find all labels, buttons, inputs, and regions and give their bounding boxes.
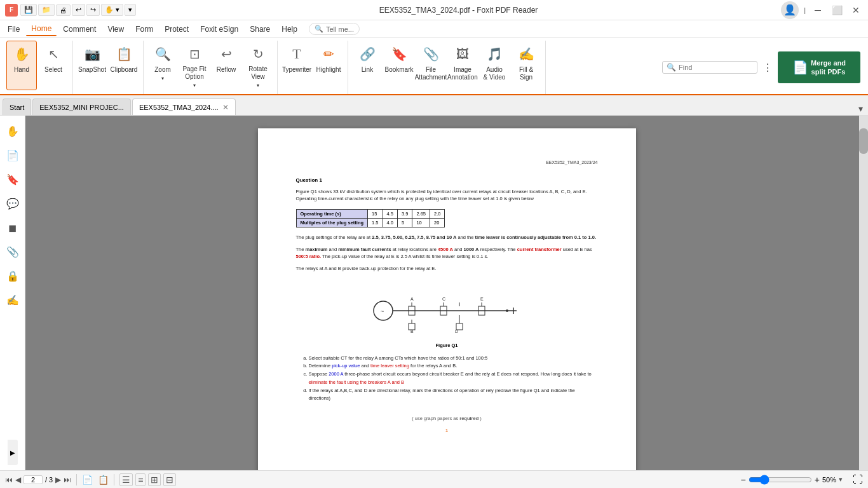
copy-icon: 📄: [82, 475, 93, 485]
sidebar-layers-icon[interactable]: ◼: [3, 217, 23, 238]
table-cell-8: 5: [397, 218, 412, 227]
bookmark-button[interactable]: 🔖 Bookmark: [384, 41, 414, 90]
menu-file[interactable]: File: [3, 23, 25, 36]
zoom-out-button[interactable]: −: [741, 475, 746, 485]
window-title: EEX5352_TMA3_2024.pdf - Foxit PDF Reader: [136, 6, 781, 15]
sidebar-signature-icon[interactable]: ✍: [3, 290, 23, 310]
menu-foxit-esign[interactable]: Foxit eSign: [195, 23, 243, 36]
fullscreen-button[interactable]: ⛶: [853, 474, 863, 485]
more-button[interactable]: ▾: [125, 4, 136, 16]
tab-tma3[interactable]: EEX5352_TMA3_2024.... ✕: [132, 98, 236, 115]
sidebar-comments-icon[interactable]: 💬: [3, 193, 23, 214]
sidebar-collapse-button[interactable]: ▶: [8, 440, 18, 465]
typewriter-button[interactable]: T Typewriter: [281, 41, 312, 90]
grid-view-button[interactable]: ⊟: [163, 473, 176, 486]
extract-button[interactable]: 📋: [98, 475, 109, 485]
open-button[interactable]: 📁: [38, 4, 55, 16]
separator1: [76, 474, 77, 485]
highlight-label: Highlight: [316, 66, 341, 74]
tab-dropdown-button[interactable]: ▾: [856, 102, 865, 115]
tab-start[interactable]: Start: [3, 98, 31, 115]
tab-tma3-label: EEX5352_TMA3_2024....: [139, 104, 219, 111]
zoom-dropdown-button[interactable]: ▾: [839, 475, 843, 484]
clipboard-button[interactable]: 📋 Clipboard: [109, 41, 139, 90]
pdf-viewer[interactable]: EEX5352_TMA3_2023/24 Question 1 Figure Q…: [25, 116, 868, 470]
menu-share[interactable]: Share: [245, 23, 275, 36]
more-options-button[interactable]: ⋮: [763, 62, 773, 74]
snapshot-button[interactable]: 📷 SnapShot: [77, 41, 107, 90]
svg-text:C: C: [442, 297, 445, 301]
pdf-page: EEX5352_TMA3_2023/24 Question 1 Figure Q…: [258, 128, 636, 470]
table-cell-5: 2.0: [430, 209, 445, 218]
select-button[interactable]: ↖ Select: [38, 41, 69, 90]
scroll-thumb[interactable]: [859, 128, 868, 154]
hand-tool-button[interactable]: ✋ Hand: [6, 41, 37, 90]
tell-me-box[interactable]: 🔍 Tell me...: [309, 23, 360, 35]
file-attachment-icon: 📎: [421, 44, 441, 64]
last-page-button[interactable]: ⏭: [64, 475, 71, 484]
reflow-button[interactable]: ↩ Reflow: [211, 41, 241, 90]
link-button[interactable]: 🔗 Link: [352, 41, 383, 90]
copy-button[interactable]: 📄: [82, 475, 93, 485]
image-annotation-button[interactable]: 🖼 ImageAnnotation: [447, 41, 478, 90]
sidebar-bookmarks-icon[interactable]: 🔖: [3, 169, 23, 189]
find-input[interactable]: [679, 64, 753, 71]
audio-video-button[interactable]: 🎵 Audio& Video: [479, 41, 510, 90]
merge-split-pdfs-button[interactable]: 📄 Merge and split PDFs: [778, 51, 860, 83]
close-button[interactable]: ✕: [849, 3, 863, 17]
maximize-button[interactable]: ⬜: [830, 3, 844, 17]
table-cell-4: 2.65: [412, 209, 430, 218]
menu-home[interactable]: Home: [26, 22, 57, 36]
find-box[interactable]: 🔍: [662, 61, 757, 74]
sidebar-pages-icon[interactable]: 📄: [3, 145, 23, 165]
tab-close-button[interactable]: ✕: [222, 103, 229, 112]
zoom-button[interactable]: 🔍 Zoom ▾: [147, 41, 178, 90]
single-page-button[interactable]: ☰: [119, 473, 133, 486]
fill-sign-button[interactable]: ✍ Fill &Sign: [511, 41, 541, 90]
ribbon-group-insert: 🔗 Link 🔖 Bookmark 📎 FileAttachment 🖼 Ima…: [348, 41, 546, 94]
user-button[interactable]: 👤: [781, 1, 799, 19]
question1-para4: The relays at A and B provide back-up pr…: [296, 265, 598, 272]
table-cell-10: 20: [430, 218, 445, 227]
two-page-button[interactable]: ⊞: [148, 473, 161, 486]
minimize-button[interactable]: ─: [811, 3, 825, 17]
audio-video-icon: 🎵: [484, 44, 505, 64]
zoom-in-button[interactable]: +: [815, 475, 820, 485]
prev-page-button[interactable]: ◀: [15, 475, 21, 484]
highlight-button[interactable]: ✏ Highlight: [313, 41, 344, 90]
file-attachment-button[interactable]: 📎 FileAttachment: [416, 41, 446, 90]
next-page-button[interactable]: ▶: [55, 475, 61, 484]
page-number-input[interactable]: [24, 475, 43, 484]
tab-mini-project[interactable]: EEX5352_MINI PROJEC...: [32, 98, 131, 115]
page-fit-button[interactable]: ⊡ Page Fit Option ▾: [179, 41, 210, 90]
list-item-b: Determine pick-up value and time leaver …: [309, 362, 598, 370]
sidebar-attachments-icon[interactable]: 📎: [3, 241, 23, 262]
save-button[interactable]: 💾: [20, 4, 37, 16]
find-icon: 🔍: [667, 63, 676, 72]
menu-comment[interactable]: Comment: [58, 23, 101, 36]
menu-view[interactable]: View: [102, 23, 129, 36]
bottom-bar: ⏮ ◀ / 3 ▶ ⏭ 📄 📋 ☰ ≡ ⊞ ⊟ − + 50% ▾ ⛶: [0, 470, 868, 488]
continuous-page-button[interactable]: ≡: [135, 473, 146, 486]
typewriter-label: Typewriter: [282, 66, 311, 74]
print-button[interactable]: 🖨: [56, 4, 71, 16]
question1-table: Operating time (s) 15 4.5 3.9 2.65 2.0 M…: [296, 209, 445, 227]
zoom-controls: − + 50% ▾: [741, 475, 843, 485]
svg-text:~: ~: [381, 308, 384, 315]
snapshot-icon: 📷: [82, 44, 102, 64]
menu-help[interactable]: Help: [276, 23, 302, 36]
commands-button[interactable]: ✋ ▾: [101, 4, 123, 16]
reflow-icon: ↩: [216, 44, 236, 64]
first-page-button[interactable]: ⏮: [5, 475, 13, 484]
redo-button[interactable]: ↪: [86, 4, 100, 16]
zoom-slider[interactable]: [749, 475, 812, 485]
highlight-icon: ✏: [318, 44, 339, 64]
menu-form[interactable]: Form: [130, 23, 158, 36]
app-icon: F: [5, 4, 18, 17]
page-navigation: ⏮ ◀ / 3 ▶ ⏭: [5, 475, 71, 484]
menu-protect[interactable]: Protect: [159, 23, 194, 36]
sidebar-security-icon[interactable]: 🔒: [3, 266, 23, 286]
sidebar-hand-icon[interactable]: ✋: [3, 121, 23, 141]
rotate-view-button[interactable]: ↻ Rotate View ▾: [243, 41, 273, 90]
undo-button[interactable]: ↩: [72, 4, 85, 16]
